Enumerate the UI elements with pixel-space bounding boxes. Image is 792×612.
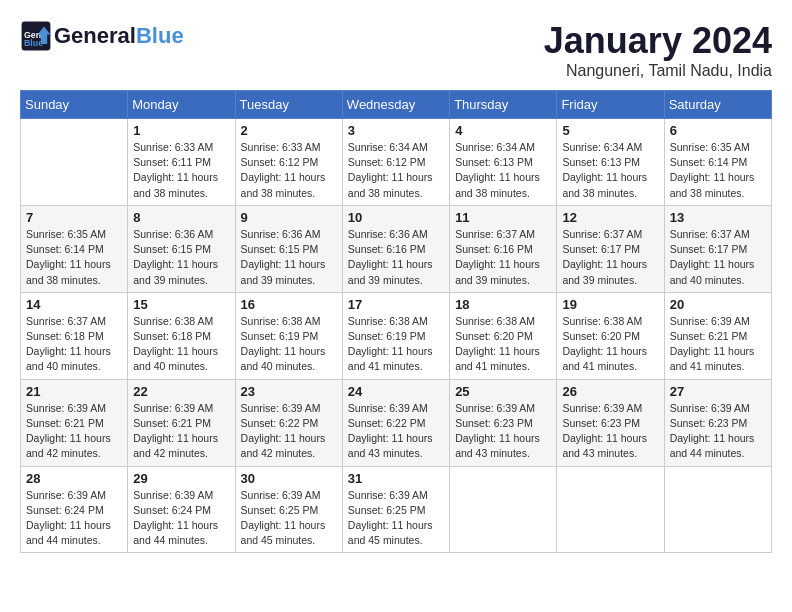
day-info: Sunrise: 6:39 AMSunset: 6:23 PMDaylight:… xyxy=(455,401,551,462)
day-number: 22 xyxy=(133,384,229,399)
calendar-cell: 30Sunrise: 6:39 AMSunset: 6:25 PMDayligh… xyxy=(235,466,342,553)
day-info: Sunrise: 6:36 AMSunset: 6:16 PMDaylight:… xyxy=(348,227,444,288)
calendar-body: 1Sunrise: 6:33 AMSunset: 6:11 PMDaylight… xyxy=(21,119,772,553)
day-info: Sunrise: 6:37 AMSunset: 6:18 PMDaylight:… xyxy=(26,314,122,375)
day-info: Sunrise: 6:37 AMSunset: 6:17 PMDaylight:… xyxy=(670,227,766,288)
day-info: Sunrise: 6:38 AMSunset: 6:18 PMDaylight:… xyxy=(133,314,229,375)
logo-general: General xyxy=(54,23,136,48)
day-number: 20 xyxy=(670,297,766,312)
day-info: Sunrise: 6:35 AMSunset: 6:14 PMDaylight:… xyxy=(670,140,766,201)
calendar-cell: 29Sunrise: 6:39 AMSunset: 6:24 PMDayligh… xyxy=(128,466,235,553)
month-title: January 2024 xyxy=(544,20,772,62)
calendar-cell xyxy=(450,466,557,553)
day-info: Sunrise: 6:34 AMSunset: 6:12 PMDaylight:… xyxy=(348,140,444,201)
calendar-cell: 12Sunrise: 6:37 AMSunset: 6:17 PMDayligh… xyxy=(557,205,664,292)
weekday-monday: Monday xyxy=(128,91,235,119)
weekday-tuesday: Tuesday xyxy=(235,91,342,119)
calendar-cell: 4Sunrise: 6:34 AMSunset: 6:13 PMDaylight… xyxy=(450,119,557,206)
day-info: Sunrise: 6:39 AMSunset: 6:22 PMDaylight:… xyxy=(348,401,444,462)
calendar-cell: 5Sunrise: 6:34 AMSunset: 6:13 PMDaylight… xyxy=(557,119,664,206)
calendar-week-4: 21Sunrise: 6:39 AMSunset: 6:21 PMDayligh… xyxy=(21,379,772,466)
day-info: Sunrise: 6:39 AMSunset: 6:23 PMDaylight:… xyxy=(562,401,658,462)
day-number: 19 xyxy=(562,297,658,312)
day-number: 28 xyxy=(26,471,122,486)
day-number: 25 xyxy=(455,384,551,399)
day-number: 11 xyxy=(455,210,551,225)
logo-blue: Blue xyxy=(136,23,184,48)
calendar-cell: 11Sunrise: 6:37 AMSunset: 6:16 PMDayligh… xyxy=(450,205,557,292)
day-number: 21 xyxy=(26,384,122,399)
calendar-cell: 23Sunrise: 6:39 AMSunset: 6:22 PMDayligh… xyxy=(235,379,342,466)
calendar-cell: 27Sunrise: 6:39 AMSunset: 6:23 PMDayligh… xyxy=(664,379,771,466)
calendar-cell: 8Sunrise: 6:36 AMSunset: 6:15 PMDaylight… xyxy=(128,205,235,292)
day-info: Sunrise: 6:36 AMSunset: 6:15 PMDaylight:… xyxy=(241,227,337,288)
calendar-week-2: 7Sunrise: 6:35 AMSunset: 6:14 PMDaylight… xyxy=(21,205,772,292)
day-info: Sunrise: 6:39 AMSunset: 6:23 PMDaylight:… xyxy=(670,401,766,462)
weekday-header-row: SundayMondayTuesdayWednesdayThursdayFrid… xyxy=(21,91,772,119)
day-info: Sunrise: 6:39 AMSunset: 6:25 PMDaylight:… xyxy=(241,488,337,549)
day-info: Sunrise: 6:38 AMSunset: 6:20 PMDaylight:… xyxy=(562,314,658,375)
calendar-cell: 28Sunrise: 6:39 AMSunset: 6:24 PMDayligh… xyxy=(21,466,128,553)
weekday-wednesday: Wednesday xyxy=(342,91,449,119)
calendar-cell: 22Sunrise: 6:39 AMSunset: 6:21 PMDayligh… xyxy=(128,379,235,466)
day-info: Sunrise: 6:35 AMSunset: 6:14 PMDaylight:… xyxy=(26,227,122,288)
calendar-cell: 14Sunrise: 6:37 AMSunset: 6:18 PMDayligh… xyxy=(21,292,128,379)
calendar-cell: 31Sunrise: 6:39 AMSunset: 6:25 PMDayligh… xyxy=(342,466,449,553)
day-number: 4 xyxy=(455,123,551,138)
calendar-cell: 25Sunrise: 6:39 AMSunset: 6:23 PMDayligh… xyxy=(450,379,557,466)
day-number: 15 xyxy=(133,297,229,312)
calendar-cell xyxy=(21,119,128,206)
calendar-cell: 16Sunrise: 6:38 AMSunset: 6:19 PMDayligh… xyxy=(235,292,342,379)
day-number: 30 xyxy=(241,471,337,486)
day-number: 1 xyxy=(133,123,229,138)
day-info: Sunrise: 6:39 AMSunset: 6:24 PMDaylight:… xyxy=(133,488,229,549)
day-info: Sunrise: 6:38 AMSunset: 6:19 PMDaylight:… xyxy=(241,314,337,375)
day-number: 23 xyxy=(241,384,337,399)
day-info: Sunrise: 6:33 AMSunset: 6:11 PMDaylight:… xyxy=(133,140,229,201)
day-number: 8 xyxy=(133,210,229,225)
calendar-cell: 18Sunrise: 6:38 AMSunset: 6:20 PMDayligh… xyxy=(450,292,557,379)
day-info: Sunrise: 6:36 AMSunset: 6:15 PMDaylight:… xyxy=(133,227,229,288)
calendar-week-5: 28Sunrise: 6:39 AMSunset: 6:24 PMDayligh… xyxy=(21,466,772,553)
calendar-cell xyxy=(664,466,771,553)
day-number: 13 xyxy=(670,210,766,225)
day-info: Sunrise: 6:34 AMSunset: 6:13 PMDaylight:… xyxy=(455,140,551,201)
day-number: 3 xyxy=(348,123,444,138)
weekday-thursday: Thursday xyxy=(450,91,557,119)
day-number: 12 xyxy=(562,210,658,225)
day-number: 18 xyxy=(455,297,551,312)
calendar-cell: 24Sunrise: 6:39 AMSunset: 6:22 PMDayligh… xyxy=(342,379,449,466)
weekday-saturday: Saturday xyxy=(664,91,771,119)
calendar-cell: 15Sunrise: 6:38 AMSunset: 6:18 PMDayligh… xyxy=(128,292,235,379)
calendar-cell: 10Sunrise: 6:36 AMSunset: 6:16 PMDayligh… xyxy=(342,205,449,292)
day-number: 27 xyxy=(670,384,766,399)
day-info: Sunrise: 6:33 AMSunset: 6:12 PMDaylight:… xyxy=(241,140,337,201)
day-info: Sunrise: 6:37 AMSunset: 6:16 PMDaylight:… xyxy=(455,227,551,288)
day-number: 16 xyxy=(241,297,337,312)
logo-text: GeneralBlue xyxy=(54,24,184,48)
day-info: Sunrise: 6:34 AMSunset: 6:13 PMDaylight:… xyxy=(562,140,658,201)
day-number: 2 xyxy=(241,123,337,138)
calendar-cell xyxy=(557,466,664,553)
calendar-cell: 3Sunrise: 6:34 AMSunset: 6:12 PMDaylight… xyxy=(342,119,449,206)
day-info: Sunrise: 6:39 AMSunset: 6:22 PMDaylight:… xyxy=(241,401,337,462)
calendar-cell: 2Sunrise: 6:33 AMSunset: 6:12 PMDaylight… xyxy=(235,119,342,206)
calendar-cell: 26Sunrise: 6:39 AMSunset: 6:23 PMDayligh… xyxy=(557,379,664,466)
day-number: 14 xyxy=(26,297,122,312)
day-number: 10 xyxy=(348,210,444,225)
day-info: Sunrise: 6:39 AMSunset: 6:21 PMDaylight:… xyxy=(133,401,229,462)
calendar-cell: 17Sunrise: 6:38 AMSunset: 6:19 PMDayligh… xyxy=(342,292,449,379)
calendar-cell: 19Sunrise: 6:38 AMSunset: 6:20 PMDayligh… xyxy=(557,292,664,379)
day-info: Sunrise: 6:39 AMSunset: 6:24 PMDaylight:… xyxy=(26,488,122,549)
weekday-sunday: Sunday xyxy=(21,91,128,119)
day-info: Sunrise: 6:38 AMSunset: 6:20 PMDaylight:… xyxy=(455,314,551,375)
day-number: 7 xyxy=(26,210,122,225)
day-number: 17 xyxy=(348,297,444,312)
day-number: 24 xyxy=(348,384,444,399)
day-info: Sunrise: 6:39 AMSunset: 6:21 PMDaylight:… xyxy=(670,314,766,375)
day-info: Sunrise: 6:37 AMSunset: 6:17 PMDaylight:… xyxy=(562,227,658,288)
location-label: Nanguneri, Tamil Nadu, India xyxy=(544,62,772,80)
weekday-friday: Friday xyxy=(557,91,664,119)
logo-icon: Gen Blue xyxy=(20,20,52,52)
day-number: 5 xyxy=(562,123,658,138)
